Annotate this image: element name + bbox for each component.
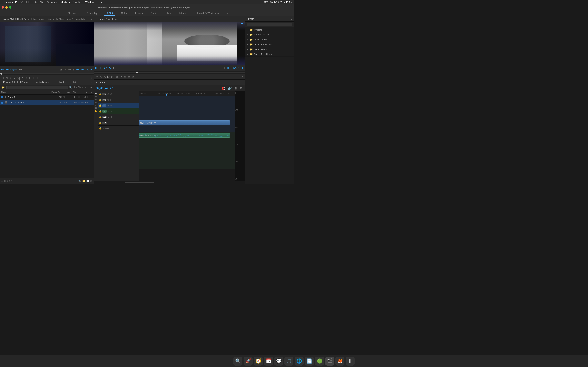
track-v3[interactable]	[139, 96, 234, 108]
track-label-a1[interactable]: A1	[103, 110, 107, 113]
track-v2[interactable]	[139, 108, 234, 120]
a2-lock-icon[interactable]: 🔒	[99, 116, 102, 118]
effects-menu-icon[interactable]: ≡	[291, 18, 292, 20]
freeform-icon[interactable]: ◇	[11, 180, 12, 183]
menu-clip[interactable]: Clip	[40, 1, 44, 4]
effect-controls-tab[interactable]: Effect Controls	[31, 18, 46, 20]
master-lock-icon[interactable]: 🔒	[99, 127, 102, 130]
effects-presets-item[interactable]: ▶ 📁 Presets	[245, 27, 294, 32]
program-fit-selector[interactable]: Full	[112, 66, 118, 70]
workspace-overflow[interactable]: »	[227, 12, 228, 15]
menu-graphics[interactable]: Graphics	[72, 1, 82, 4]
snap-tool[interactable]: 🧲	[221, 86, 226, 90]
delete-icon[interactable]: 🗑	[90, 180, 93, 183]
list-item[interactable]: ⊞ Poem 1 29.97 fps 00:00:00;00	[0, 95, 94, 100]
v3-eye-icon[interactable]: 👁	[107, 93, 109, 95]
project-title[interactable]: Project: Beta Test Project	[2, 80, 30, 84]
fullscreen-button[interactable]	[9, 6, 11, 8]
program-transport-add[interactable]: +	[242, 75, 243, 78]
source-frame-step[interactable]: ⊳	[63, 68, 67, 71]
tab-audio[interactable]: Audio	[149, 11, 159, 16]
track-label-v2[interactable]: V2	[103, 99, 106, 101]
timeline-close-btn[interactable]: ✕	[95, 81, 98, 84]
menu-window[interactable]: Window	[85, 1, 94, 4]
tab-libraries[interactable]: Libraries	[177, 11, 190, 16]
scroll-thumb[interactable]	[125, 182, 154, 183]
program-zoom-icon[interactable]: ⊕	[223, 66, 226, 70]
program-step-back[interactable]: |◁	[99, 75, 102, 78]
rolling-tool[interactable]: ⊟	[95, 101, 97, 103]
source-fit-selector[interactable]: Fit	[18, 68, 23, 71]
v2-lock-icon[interactable]: 🔒	[99, 99, 102, 101]
track-v1[interactable]: MVI_0013.MOV [V]	[139, 120, 234, 132]
ripple-tool[interactable]: ⊞	[95, 98, 97, 100]
a3-lock-icon[interactable]: 🔒	[99, 121, 102, 124]
effects-search-input[interactable]	[247, 23, 292, 26]
a3-solo[interactable]: S	[111, 122, 112, 124]
v1-target-icon[interactable]: ◎	[110, 104, 112, 107]
track-a1[interactable]: MVI_0013.MOV [A]	[139, 132, 234, 145]
source-step-fwd[interactable]: ▷|	[17, 76, 20, 80]
select-tool[interactable]: ▶	[95, 92, 97, 95]
effects-audio-transitions-item[interactable]: ▶ 📁 Audio Transitions	[245, 42, 294, 47]
tab-info[interactable]: Info	[72, 81, 79, 84]
v1-eye-icon[interactable]: 👁	[107, 104, 109, 107]
source-transport-add[interactable]: +	[91, 77, 92, 79]
tab-effects[interactable]: Effects	[133, 11, 145, 16]
video-clip-v1[interactable]: MVI_0013.MOV [V]	[139, 120, 230, 125]
source-step-back[interactable]: ⊴	[6, 76, 8, 80]
source-step-back-1[interactable]: ◁	[9, 76, 11, 80]
track-master[interactable]	[139, 169, 234, 181]
new-folder-icon[interactable]: 📁	[82, 180, 85, 183]
list-item[interactable]: 🎬 MVI_0013.MOV 29.97 fps 00:00:00;00	[0, 100, 94, 105]
source-playbar[interactable]	[0, 73, 94, 75]
source-mark-in[interactable]: ⊲	[2, 76, 4, 80]
v2-eye-icon[interactable]: 👁	[107, 99, 109, 101]
source-overwrite[interactable]: ⊟	[33, 76, 35, 80]
program-play-btn[interactable]: ▷	[107, 75, 110, 78]
v1-lock-icon[interactable]: 🔒	[99, 104, 102, 107]
track-label-v1[interactable]: V1	[103, 104, 106, 107]
program-step-fwd2[interactable]: ⊵	[116, 75, 118, 78]
icon-view-icon[interactable]: ⊞	[4, 180, 6, 183]
track-a3[interactable]	[139, 157, 234, 169]
timeline-scrollbar[interactable]	[94, 181, 245, 184]
source-zoom-btn[interactable]: ⊕	[72, 68, 75, 71]
a3-mute[interactable]: M	[107, 122, 110, 124]
source-panel-expand[interactable]: »	[91, 18, 92, 20]
v2-target-icon[interactable]: ◎	[110, 99, 112, 101]
menu-sequence[interactable]: Sequence	[47, 1, 58, 4]
tab-libraries[interactable]: Libraries	[56, 81, 68, 84]
project-search[interactable]	[6, 86, 68, 89]
menu-edit[interactable]: Edit	[33, 1, 37, 4]
audio-clip-mixer-tab[interactable]: Audio Clip Mixer: Poem 1	[48, 18, 73, 20]
tab-jacindas-workspace[interactable]: Jacinda's Workspace	[195, 11, 222, 16]
source-insert[interactable]: ⊞	[29, 76, 31, 80]
a2-mute[interactable]: M	[107, 116, 110, 118]
new-item-icon[interactable]: 📄	[86, 180, 89, 183]
source-monitor-menu-icon[interactable]: ≡	[28, 18, 29, 20]
tab-media-browser[interactable]: Media Browser	[34, 81, 52, 84]
track-label-a3[interactable]: A3	[103, 122, 107, 124]
project-search-icon[interactable]: 🔍	[69, 86, 73, 89]
timeline-menu-icon[interactable]: ≡	[108, 81, 109, 84]
slip-tool[interactable]: ⊠	[95, 107, 97, 109]
program-extract[interactable]: ⊟	[128, 75, 130, 78]
program-monitor-menu-icon[interactable]: ≡	[115, 18, 116, 20]
tab-all-panels[interactable]: All Panels	[66, 11, 80, 16]
track-a2[interactable]	[139, 145, 234, 157]
project-search-footer[interactable]: 🔍	[78, 180, 81, 183]
source-step-fwd2[interactable]: ⊵	[21, 76, 24, 80]
zoom-slider[interactable]: ◯	[7, 180, 10, 183]
program-playbar[interactable]	[94, 71, 245, 74]
link-tool[interactable]: 🔗	[227, 86, 232, 90]
tab-titles[interactable]: Titles	[163, 11, 173, 16]
minimize-button[interactable]	[5, 6, 8, 8]
v3-lock-icon[interactable]: 🔒	[99, 93, 102, 95]
effects-video-effects-item[interactable]: ▶ 📁 Video Effects	[245, 47, 294, 52]
a1-lock-icon[interactable]: 🔒	[99, 110, 102, 113]
program-export-frame[interactable]: ⊡	[131, 75, 134, 78]
hand-tool[interactable]: ✋	[95, 110, 97, 112]
program-step-fwd[interactable]: ▷|	[112, 75, 114, 78]
effects-audio-effects-item[interactable]: ▶ 📁 Audio Effects	[245, 37, 294, 42]
